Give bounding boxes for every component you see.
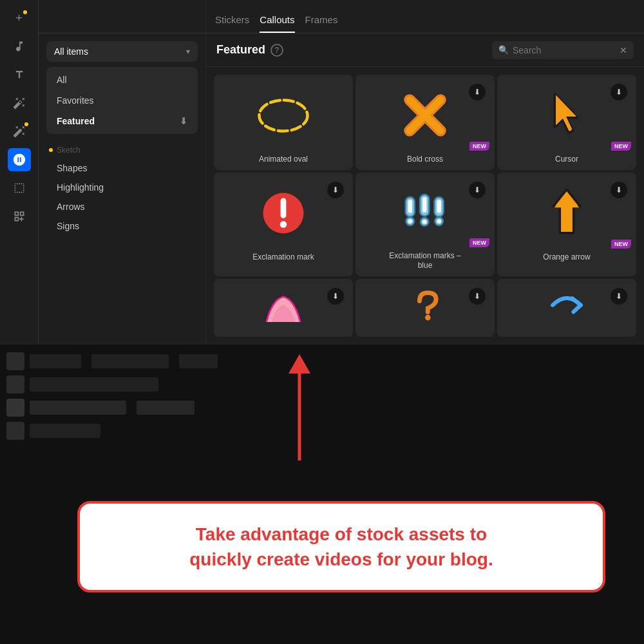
timeline-area bbox=[0, 345, 644, 644]
new-badge-exclamation-blue: NEW bbox=[469, 238, 489, 247]
svg-rect-14 bbox=[437, 200, 440, 213]
stickers-icon[interactable] bbox=[8, 148, 31, 171]
items-grid: Animated oval ⬇ NEW Bold cross bbox=[206, 67, 644, 345]
grid-plus-icon[interactable] bbox=[8, 205, 31, 228]
svg-rect-2 bbox=[281, 198, 287, 218]
sidebar: All items ▾ All Favorites Featured ⬇ bbox=[39, 33, 206, 243]
tab-frames[interactable]: Frames bbox=[305, 14, 338, 33]
wand-icon[interactable] bbox=[8, 120, 31, 143]
bottom-panel: Take advantage of stock assets toquickly… bbox=[0, 345, 644, 644]
sidebar-item-arrows[interactable]: Arrows bbox=[46, 197, 198, 216]
svg-point-16 bbox=[425, 315, 431, 321]
download-btn-partial-1[interactable]: ⬇ bbox=[327, 288, 344, 305]
download-btn-orange-arrow[interactable]: ⬇ bbox=[611, 182, 627, 198]
download-btn-cursor[interactable]: ⬇ bbox=[611, 84, 627, 100]
grid-item-exclamation[interactable]: ⬇ Exclamation mark bbox=[214, 173, 353, 276]
download-icon: ⬇ bbox=[180, 116, 187, 126]
grid-item-bold-cross[interactable]: ⬇ NEW Bold cross bbox=[355, 75, 495, 170]
menu-item-favorites[interactable]: Favorites bbox=[46, 90, 198, 111]
download-btn-cross[interactable]: ⬇ bbox=[469, 84, 486, 100]
search-box: 🔍 ✕ bbox=[492, 41, 634, 59]
download-btn-exclamation-blue[interactable]: ⬇ bbox=[469, 182, 486, 198]
item-label-cross: Bold cross bbox=[407, 155, 443, 165]
svg-point-15 bbox=[437, 219, 440, 223]
all-items-dropdown[interactable]: All items ▾ bbox=[46, 41, 198, 62]
callout-box-container: Take advantage of stock assets toquickly… bbox=[77, 501, 605, 592]
partial-preview-3: ⬇ bbox=[502, 284, 631, 329]
grid-item-cursor[interactable]: ⬇ NEW Cursor bbox=[497, 75, 636, 170]
callout-box: Take advantage of stock assets toquickly… bbox=[77, 501, 605, 592]
section-dot bbox=[49, 148, 53, 152]
layers-icon[interactable] bbox=[8, 176, 31, 200]
text-icon[interactable] bbox=[8, 63, 31, 86]
download-btn-partial-2[interactable]: ⬇ bbox=[469, 288, 486, 305]
search-clear-icon[interactable]: ✕ bbox=[620, 45, 627, 55]
tab-stickers[interactable]: Stickers bbox=[215, 14, 249, 33]
item-label-oval: Animated oval bbox=[259, 155, 308, 165]
item-label-exclamation: Exclamation mark bbox=[252, 252, 314, 263]
grid-item-partial-1[interactable]: ⬇ bbox=[214, 279, 353, 337]
item-preview-cross: ⬇ NEW bbox=[361, 80, 489, 151]
sidebar-item-shapes[interactable]: Shapes bbox=[46, 158, 198, 178]
callout-text: Take advantage of stock assets toquickly… bbox=[106, 522, 577, 572]
chevron-down-icon: ▾ bbox=[186, 47, 190, 56]
tab-callouts[interactable]: Callouts bbox=[260, 14, 294, 33]
main-content: Stickers Callouts Frames Featured ? 🔍 ✕ bbox=[206, 0, 644, 345]
icon-bar: + bbox=[0, 0, 39, 345]
grid-item-partial-3[interactable]: ⬇ bbox=[497, 279, 636, 337]
partial-preview-2: ⬇ bbox=[361, 284, 489, 329]
grid-item-orange-arrow[interactable]: ⬇ NEW Orange arrow bbox=[497, 173, 636, 276]
search-icon: 🔍 bbox=[498, 45, 509, 55]
svg-rect-12 bbox=[422, 197, 426, 213]
grid-item-partial-2[interactable]: ⬇ bbox=[355, 279, 495, 337]
help-icon[interactable]: ? bbox=[270, 44, 283, 57]
music-icon[interactable] bbox=[8, 35, 31, 58]
red-arrow-svg bbox=[277, 351, 322, 467]
dropdown-menu: All Favorites Featured ⬇ bbox=[46, 67, 198, 134]
section-sketch: Sketch bbox=[46, 139, 198, 158]
sidebar-item-highlighting[interactable]: Highlighting bbox=[46, 178, 198, 197]
grid-item-exclamation-blue[interactable]: ⬇ NEW bbox=[355, 173, 495, 276]
sidebar-item-signs[interactable]: Signs bbox=[46, 216, 198, 236]
featured-heading: Featured ? bbox=[216, 43, 283, 57]
search-input[interactable] bbox=[513, 45, 616, 55]
item-preview-exclamation: ⬇ bbox=[219, 178, 348, 249]
svg-point-3 bbox=[280, 221, 287, 228]
item-label-orange-arrow: Orange arrow bbox=[543, 252, 590, 263]
download-btn-partial-3[interactable]: ⬇ bbox=[611, 288, 627, 305]
partial-preview-1: ⬇ bbox=[219, 284, 348, 329]
item-preview-exclamation-blue: ⬇ NEW bbox=[361, 178, 489, 247]
menu-item-featured[interactable]: Featured ⬇ bbox=[46, 111, 198, 131]
item-label-cursor: Cursor bbox=[555, 155, 578, 165]
item-label-exclamation-blue: Exclamation marks – blue bbox=[389, 251, 460, 271]
add-icon[interactable]: + bbox=[8, 6, 31, 30]
effects-icon[interactable] bbox=[8, 91, 31, 115]
new-badge-orange-arrow: NEW bbox=[611, 240, 631, 249]
menu-item-all[interactable]: All bbox=[46, 70, 198, 90]
new-badge-cursor: NEW bbox=[611, 142, 631, 151]
svg-point-11 bbox=[408, 219, 412, 223]
svg-rect-10 bbox=[408, 200, 412, 213]
new-badge-cross: NEW bbox=[469, 142, 489, 151]
item-preview-cursor: ⬇ NEW bbox=[502, 80, 631, 151]
tab-bar: Stickers Callouts Frames bbox=[206, 0, 644, 33]
svg-point-13 bbox=[422, 220, 426, 223]
content-header: Featured ? 🔍 ✕ bbox=[206, 33, 644, 67]
grid-item-animated-oval[interactable]: Animated oval bbox=[214, 75, 353, 170]
item-preview-oval bbox=[219, 80, 348, 151]
svg-point-0 bbox=[260, 100, 308, 131]
item-preview-orange-arrow: ⬇ NEW bbox=[502, 178, 631, 249]
download-btn-exclamation[interactable]: ⬇ bbox=[327, 182, 344, 198]
